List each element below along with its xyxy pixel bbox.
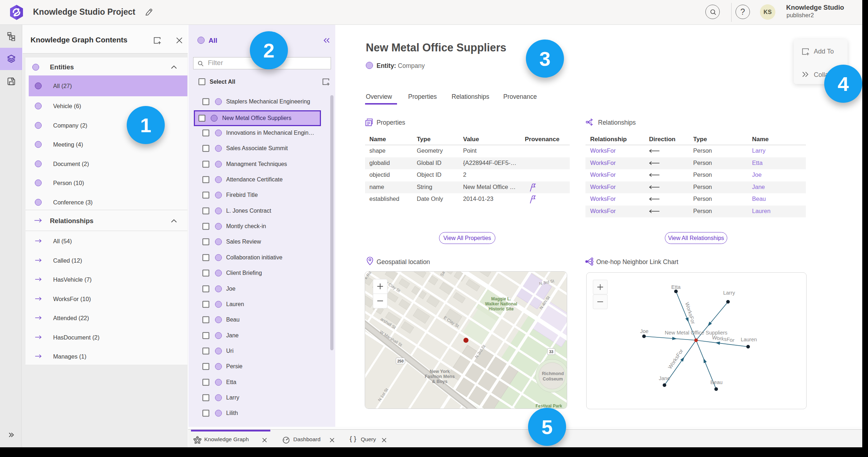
svg-text:Etta: Etta [671,284,681,290]
svg-text:Historic Site: Historic Site [489,306,514,311]
svg-text:WorksFor: WorksFor [712,334,735,343]
svg-text:Lauren: Lauren [741,337,757,342]
svg-text:Coliseum: Coliseum [543,377,563,382]
svg-text:Joe: Joe [640,328,648,334]
svg-text:250: 250 [397,359,404,363]
svg-text:Larry: Larry [723,290,735,296]
svg-text:New York: New York [430,369,450,374]
svg-text:33: 33 [549,350,554,354]
svg-text:Maggie L.: Maggie L. [491,296,511,301]
svg-text:Jane: Jane [659,375,670,381]
svg-text:Fashion Mens: Fashion Mens [425,374,454,379]
svg-text:New Metal Office Suppliers: New Metal Office Suppliers [665,330,728,336]
svg-text:Walker National: Walker National [485,301,517,306]
svg-text:Richmond: Richmond [542,371,564,376]
svg-text:Beau: Beau [710,379,723,385]
svg-text:WorksFor: WorksFor [684,301,696,325]
svg-text:& Boys: & Boys [432,379,447,384]
